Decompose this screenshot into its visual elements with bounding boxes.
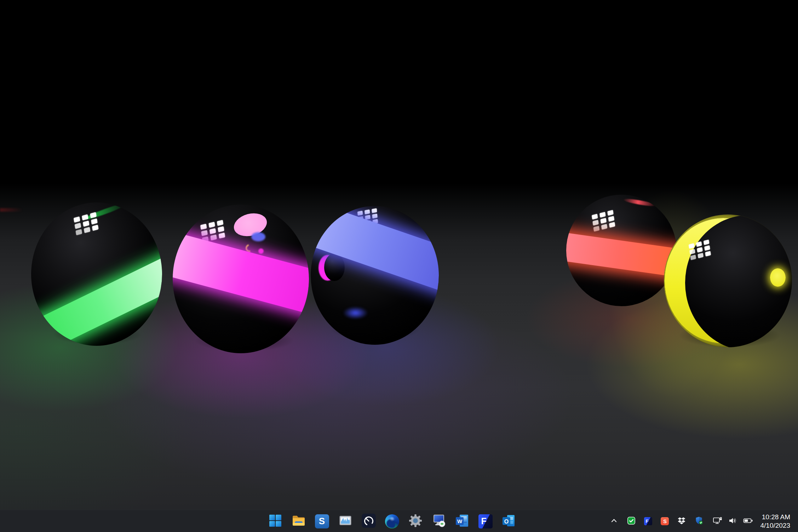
volume-icon — [728, 516, 737, 527]
remote-desktop-button[interactable] — [431, 513, 447, 530]
wallpaper-reflection-streak — [0, 208, 23, 212]
desktop-screen: S — [0, 0, 798, 532]
system-tray: F S — [609, 510, 798, 532]
edge-button[interactable] — [384, 513, 400, 530]
file-explorer-button[interactable] — [291, 513, 307, 530]
green-check-icon — [627, 516, 636, 526]
taskbar-app-icons: S — [267, 510, 517, 532]
tray-green-check-button[interactable] — [627, 516, 636, 526]
tray-snagit-button[interactable]: S — [661, 517, 669, 525]
snagit-tray-letter: S — [663, 518, 667, 524]
remote-desktop-icon — [432, 514, 446, 529]
edge-browser-icon — [385, 514, 399, 528]
f-tray-letter: F — [645, 519, 648, 524]
system-status-cluster[interactable] — [712, 515, 754, 528]
outlook-button[interactable]: O — [501, 513, 517, 530]
snagit-tray-icon: S — [661, 517, 669, 525]
task-manager-button[interactable] — [337, 513, 354, 530]
windows-start-icon — [269, 514, 282, 528]
task-manager-icon — [338, 514, 352, 529]
chevron-up-icon — [609, 516, 619, 526]
outlook-icon: O — [502, 514, 516, 529]
clock-time: 10:28 AM — [762, 513, 790, 521]
taskbar: S — [0, 510, 798, 532]
window-reflection — [200, 220, 225, 242]
tray-chevron-button[interactable] — [609, 516, 619, 526]
dropbox-icon — [677, 516, 686, 526]
tray-dropbox-button[interactable] — [677, 516, 686, 526]
start-button[interactable] — [267, 513, 283, 530]
network-display-icon — [713, 516, 723, 527]
snagit-letter: S — [319, 516, 325, 527]
speedtest-button[interactable] — [361, 513, 377, 530]
f-app-button[interactable]: F — [477, 513, 494, 530]
svg-text:W: W — [457, 518, 462, 524]
svg-text:O: O — [504, 519, 508, 525]
neon-band-magenta — [173, 227, 309, 326]
desktop-wallpaper[interactable] — [0, 0, 798, 510]
word-icon: W — [455, 514, 469, 529]
reflection-mask — [324, 253, 345, 281]
word-button[interactable]: W — [454, 513, 470, 530]
bottom-glow — [339, 304, 372, 321]
f-app-icon: F — [478, 514, 493, 528]
wallpaper-ball-magenta — [173, 205, 309, 353]
reflection-blob — [251, 232, 265, 241]
tray-f-app-button[interactable]: F — [644, 517, 652, 525]
window-reflection — [74, 212, 98, 235]
f-app-letter: F — [481, 516, 487, 526]
snagit-icon: S — [315, 514, 329, 528]
security-shield-icon — [694, 516, 704, 526]
settings-button[interactable] — [407, 513, 424, 530]
clock-date: 4/10/2023 — [760, 521, 790, 530]
speedtest-gauge-icon — [362, 514, 376, 529]
rim-light — [623, 198, 657, 207]
snagit-button[interactable]: S — [314, 513, 330, 530]
yellow-dot — [770, 268, 786, 287]
neon-band-red — [566, 231, 677, 280]
tray-windows-security-button[interactable] — [694, 516, 704, 526]
taskbar-clock[interactable]: 10:28 AM 4/10/2023 — [760, 513, 790, 530]
wallpaper-ball-green — [31, 202, 162, 346]
wallpaper-ball-blue — [311, 206, 439, 345]
gear-icon — [408, 514, 423, 529]
wallpaper-ball-yellow — [664, 214, 792, 347]
folder-icon — [292, 514, 306, 529]
wallpaper-ball-red — [566, 195, 677, 306]
reflection-dot — [258, 248, 264, 254]
f-app-tray-icon: F — [644, 517, 652, 525]
battery-icon — [743, 516, 753, 527]
window-reflection — [592, 210, 615, 231]
